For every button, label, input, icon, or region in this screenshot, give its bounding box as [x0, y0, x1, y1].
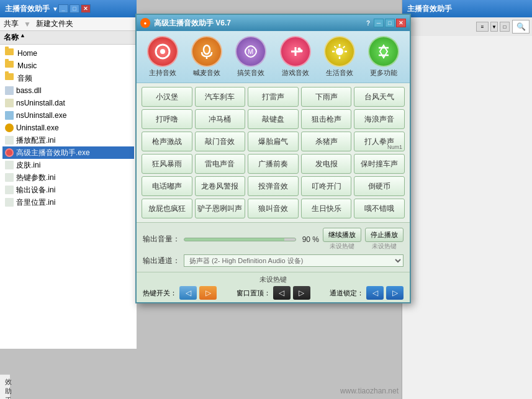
close-button[interactable]: ✕	[81, 4, 91, 13]
continue-play-button[interactable]: 继续播放 未设热键	[323, 228, 361, 251]
file-item-nsuninstall-dat[interactable]: nsUninstall.dat	[2, 97, 134, 109]
file-item-bass-dll[interactable]: bass.dll	[2, 84, 134, 97]
file-item-music[interactable]: Music	[2, 60, 134, 72]
file-name: 输出设备.ini	[16, 185, 55, 195]
sound-btn-21[interactable]: 龙卷风警报	[195, 176, 246, 196]
tab-main-icon	[147, 36, 178, 67]
file-item-home[interactable]: Home	[2, 47, 134, 60]
tab-more-functions[interactable]: 更多功能	[364, 36, 404, 78]
sound-btn-23[interactable]: 叮咚开门	[301, 176, 352, 196]
tab-mic-effects[interactable]: 喊麦音效	[187, 36, 226, 78]
sound-btn-11[interactable]: 敲门音效	[195, 132, 246, 151]
file-item-playconfig[interactable]: 播放配置.ini	[2, 134, 134, 146]
file-item-skin[interactable]: 皮肤.ini	[2, 159, 134, 171]
channel-select[interactable]: 扬声器 (2- High Definition Audio 设备)	[184, 254, 404, 267]
volume-row: 输出音量： 90 % 继续播放 未设热键 停止播放 未设热键	[143, 228, 404, 251]
stop-play-button[interactable]: 停止播放 未设热键	[365, 228, 404, 251]
sound-btn-19[interactable]: 保时撞车声	[354, 154, 405, 174]
hotkey-toggle-arrow1[interactable]: ◁	[179, 286, 197, 300]
sound-btn-1[interactable]: 汽车刹车	[195, 87, 246, 107]
help-icon[interactable]: ?	[366, 20, 370, 27]
view-dropdown-icon[interactable]: ▼	[490, 22, 498, 32]
maximize-button[interactable]: □	[70, 4, 79, 13]
sound-btn-28[interactable]: 生日快乐	[301, 199, 352, 218]
sound-btn-9[interactable]: 海浪声音	[354, 109, 405, 129]
file-name: Music	[17, 61, 37, 70]
main-exe-icon	[5, 148, 14, 157]
channel-lock-arrow1[interactable]: ◁	[366, 286, 384, 300]
file-name: 音频	[17, 73, 32, 84]
view-icon1[interactable]: ≡	[476, 22, 489, 32]
view-icon2[interactable]: □	[500, 22, 510, 32]
tab-funny-effects[interactable]: M 搞笑音效	[232, 36, 271, 78]
sound-btn-29[interactable]: 哦不错哦	[354, 199, 405, 218]
exe2-icon	[5, 123, 14, 132]
sound-btn-18[interactable]: 发电报	[301, 154, 352, 174]
tab-main-label: 主持音效	[149, 68, 176, 78]
folder-icon	[5, 73, 15, 83]
minimize-button[interactable]: _	[58, 4, 68, 13]
sound-btn-15[interactable]: 狂风暴雨	[142, 154, 192, 174]
volume-slider[interactable]	[184, 238, 296, 241]
tab-life-effects[interactable]: 生活音效	[320, 36, 359, 78]
right-panel-titlebar: 主播音效助手	[402, 0, 532, 17]
dialog-close-button[interactable]: ✕	[396, 19, 406, 27]
window-top-arrow2[interactable]: ▷	[293, 286, 310, 300]
sound-btn-17[interactable]: 广播前奏	[248, 154, 299, 174]
stop-play-hotkey: 未设热键	[365, 242, 404, 251]
share-button[interactable]: 共享	[4, 19, 19, 29]
sound-btn-3[interactable]: 下雨声	[301, 87, 352, 107]
file-item-audio[interactable]: 音频	[2, 72, 134, 84]
file-item-uninstall-exe[interactable]: Uninstall.exe	[2, 122, 134, 134]
sound-btn-8[interactable]: 狙击枪声	[301, 109, 352, 129]
exe-icon	[5, 111, 14, 120]
tab-game-effects[interactable]: 游戏音效	[276, 36, 315, 78]
sound-btn-12[interactable]: 爆胎扁气	[248, 132, 299, 151]
svg-point-2	[204, 45, 210, 54]
dialog-minimize-button[interactable]: ─	[374, 19, 384, 27]
dialog-maximize-button[interactable]: □	[385, 19, 395, 27]
ini4-icon	[5, 186, 14, 194]
window-top-arrow1[interactable]: ◁	[273, 286, 291, 300]
window-top-label: 窗口置顶：	[237, 289, 271, 298]
file-item-main-exe[interactable]: 高级主播音效助手.exe	[2, 146, 134, 159]
file-item-output[interactable]: 输出设备.ini	[2, 184, 134, 196]
explorer-titlebar-buttons: _ □ ✕	[58, 4, 91, 13]
ini3-icon	[5, 173, 14, 182]
tab-main-effects[interactable]: 主持音效	[143, 36, 182, 78]
sound-btn-13[interactable]: 杀猪声	[301, 132, 352, 151]
tab-more-label: 更多功能	[370, 68, 397, 78]
sound-btn-10[interactable]: 枪声激战	[142, 132, 192, 151]
sound-btn-22[interactable]: 投弹音效	[248, 176, 299, 196]
sound-btn-2[interactable]: 打雷声	[248, 87, 299, 107]
channel-lock-arrow2[interactable]: ▷	[386, 286, 404, 300]
sort-icon[interactable]: ▲	[20, 32, 25, 43]
sound-btn-20[interactable]: 电话嘟声	[142, 176, 192, 196]
file-item-nsuninstall-exe[interactable]: nsUninstall.exe	[2, 109, 134, 122]
hotkey-toggle-arrow2[interactable]: ▷	[199, 286, 217, 300]
svg-point-9	[336, 48, 343, 55]
sound-btn-4[interactable]: 台风天气	[354, 87, 405, 107]
sound-btn-14[interactable]: 打人拳声 Num1	[354, 132, 405, 151]
dialog-titlebar: ● 高级主播音效助手 V6.7 ? ─ □ ✕	[137, 15, 410, 31]
sound-btn-26[interactable]: 驴子恩咧叫声	[195, 199, 246, 218]
right-search-button[interactable]: 🔍	[512, 20, 530, 34]
sound-btn-7[interactable]: 敲键盘	[248, 109, 299, 129]
sound-btn-27[interactable]: 狼叫音效	[248, 199, 299, 218]
sound-btn-25[interactable]: 放屁也疯狂	[142, 199, 192, 218]
sound-btn-24[interactable]: 倒硬币	[354, 176, 405, 196]
file-name: 热键参数.ini	[16, 173, 55, 183]
file-name: 播放配置.ini	[16, 135, 55, 146]
file-item-hotkey[interactable]: 热键参数.ini	[2, 171, 134, 184]
new-folder-button[interactable]: 新建文件夹	[36, 19, 73, 29]
explorer-titlebar: 主播音效助手 ▼ _ □ ✕	[0, 0, 137, 17]
sound-btn-0[interactable]: 小汉堡	[142, 87, 192, 107]
explorer-dropdown-icon[interactable]: ▼	[52, 6, 58, 12]
file-name: nsUninstall.exe	[16, 111, 66, 120]
file-name: bass.dll	[16, 86, 42, 95]
file-item-volume-pos[interactable]: 音里位置.ini	[2, 196, 134, 208]
sound-btn-5[interactable]: 打呼噜	[142, 109, 192, 129]
explorer-toolbar: 共享 ▼ 新建文件夹	[0, 17, 137, 31]
sound-btn-6[interactable]: 冲马桶	[195, 109, 246, 129]
sound-btn-16[interactable]: 雷电声音	[195, 154, 246, 174]
